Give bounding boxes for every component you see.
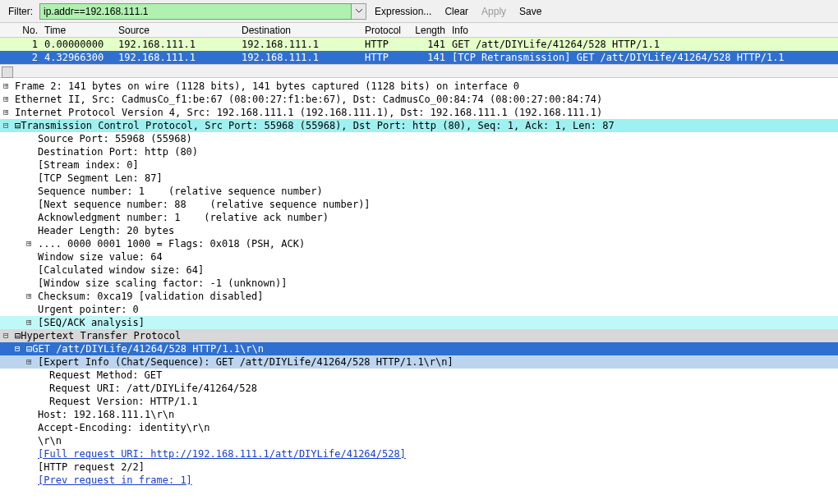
detail-line: Host: 192.168.111.1\r\n xyxy=(0,408,838,421)
cell-no: 1 xyxy=(0,38,41,51)
expand-icon[interactable]: ⊞ xyxy=(3,93,9,106)
cell-len: 141 xyxy=(411,51,449,64)
expand-icon[interactable]: ⊞ xyxy=(3,106,9,119)
packet-row[interactable]: 10.00000000192.168.111.1192.168.111.1HTT… xyxy=(0,38,838,51)
apply-button[interactable]: Apply xyxy=(477,6,511,17)
detail-line[interactable]: ⊟Hypertext Transfer Protocol xyxy=(0,329,838,342)
packet-list-header: No. Time Source Destination Protocol Len… xyxy=(0,23,838,38)
expression-button[interactable]: Expression... xyxy=(370,6,436,17)
filter-label: Filter: xyxy=(5,6,36,17)
cell-dst: 192.168.111.1 xyxy=(238,51,361,64)
detail-link[interactable]: [Full request URI: http://192.168.111.1/… xyxy=(38,448,406,460)
col-source[interactable]: Source xyxy=(115,23,238,37)
detail-line: Request Method: GET xyxy=(0,369,838,382)
detail-line: [Window size scaling factor: -1 (unknown… xyxy=(0,277,838,290)
detail-line[interactable]: ⊞[SEQ/ACK analysis] xyxy=(0,316,838,329)
cell-info: GET /att/DIYLife/41264/528 HTTP/1.1 xyxy=(449,38,838,51)
detail-line[interactable]: ⊞Ethernet II, Src: CadmusCo_f1:be:67 (08… xyxy=(0,93,838,106)
detail-line: Header Length: 20 bytes xyxy=(0,224,838,237)
detail-line: \r\n xyxy=(0,434,838,447)
cell-time: 4.32966300 xyxy=(41,51,115,64)
packet-list-pane: No. Time Source Destination Protocol Len… xyxy=(0,23,838,78)
packet-details-pane[interactable]: ⊞Frame 2: 141 bytes on wire (1128 bits),… xyxy=(0,78,838,503)
save-button[interactable]: Save xyxy=(514,6,546,17)
expand-icon[interactable]: ⊞ xyxy=(26,237,32,250)
detail-line[interactable]: ⊟GET /att/DIYLife/41264/528 HTTP/1.1\r\n xyxy=(0,342,838,355)
collapse-icon[interactable]: ⊟ xyxy=(15,342,21,355)
detail-line: [Stream index: 0] xyxy=(0,158,838,172)
detail-line[interactable]: ⊞Internet Protocol Version 4, Src: 192.1… xyxy=(0,106,838,119)
filter-input-wrap xyxy=(39,3,366,20)
detail-line: [Calculated window size: 64] xyxy=(0,263,838,277)
col-protocol[interactable]: Protocol xyxy=(361,23,411,37)
col-length[interactable]: Length xyxy=(411,23,449,37)
detail-line: Source Port: 55968 (55968) xyxy=(0,132,838,145)
cell-time: 0.00000000 xyxy=(41,38,115,51)
detail-line: [TCP Segment Len: 87] xyxy=(0,172,838,185)
detail-line: [HTTP request 2/2] xyxy=(0,460,838,474)
detail-line[interactable]: ⊞[Expert Info (Chat/Sequence): GET /att/… xyxy=(0,355,838,369)
cell-no: 2 xyxy=(0,51,41,64)
filter-toolbar: Filter: Expression... Clear Apply Save xyxy=(0,0,838,23)
detail-line[interactable]: ⊟Transmission Control Protocol, Src Port… xyxy=(0,119,838,132)
detail-line: Destination Port: http (80) xyxy=(0,145,838,158)
col-destination[interactable]: Destination xyxy=(238,23,361,37)
collapse-icon[interactable]: ⊟ xyxy=(3,329,9,342)
detail-line: Request Version: HTTP/1.1 xyxy=(0,395,838,408)
collapse-icon[interactable]: ⊟ xyxy=(3,119,9,132)
detail-line: Urgent pointer: 0 xyxy=(0,303,838,316)
detail-line[interactable]: ⊞.... 0000 0001 1000 = Flags: 0x018 (PSH… xyxy=(0,237,838,250)
clear-button[interactable]: Clear xyxy=(440,6,473,17)
cell-src: 192.168.111.1 xyxy=(115,38,238,51)
detail-line: [Next sequence number: 88 (relative sequ… xyxy=(0,198,838,211)
detail-link[interactable]: [Prev request in frame: 1] xyxy=(38,474,192,486)
cell-dst: 192.168.111.1 xyxy=(238,38,361,51)
cell-info: [TCP Retransmission] GET /att/DIYLife/41… xyxy=(449,51,838,64)
cell-len: 141 xyxy=(411,38,449,51)
detail-line: Acknowledgment number: 1 (relative ack n… xyxy=(0,211,838,224)
col-no[interactable]: No. xyxy=(0,23,41,37)
cell-proto: HTTP xyxy=(361,51,411,64)
col-time[interactable]: Time xyxy=(41,23,115,37)
expand-icon[interactable]: ⊞ xyxy=(26,316,32,329)
filter-dropdown-button[interactable] xyxy=(352,3,366,20)
cell-src: 192.168.111.1 xyxy=(115,51,238,64)
cell-proto: HTTP xyxy=(361,38,411,51)
expand-icon[interactable]: ⊞ xyxy=(26,290,32,303)
detail-line[interactable]: ⊞Checksum: 0xca19 [validation disabled] xyxy=(0,290,838,303)
filter-input[interactable] xyxy=(39,3,352,20)
detail-line: Window size value: 64 xyxy=(0,250,838,263)
detail-line[interactable]: ⊞Frame 2: 141 bytes on wire (1128 bits),… xyxy=(0,80,838,93)
expand-icon[interactable]: ⊞ xyxy=(26,355,32,369)
chevron-down-icon xyxy=(355,7,363,15)
expand-icon[interactable]: ⊞ xyxy=(3,80,9,93)
detail-line: Request URI: /att/DIYLife/41264/528 xyxy=(0,382,838,395)
detail-line: Accept-Encoding: identity\r\n xyxy=(0,421,838,434)
packet-row[interactable]: 24.32966300192.168.111.1192.168.111.1HTT… xyxy=(0,51,838,64)
detail-line: Sequence number: 1 (relative sequence nu… xyxy=(0,185,838,198)
detail-line[interactable]: [Prev request in frame: 1] xyxy=(0,474,838,487)
col-info[interactable]: Info xyxy=(449,23,838,37)
horizontal-scrollbar[interactable] xyxy=(0,64,838,77)
detail-line[interactable]: [Full request URI: http://192.168.111.1/… xyxy=(0,447,838,460)
